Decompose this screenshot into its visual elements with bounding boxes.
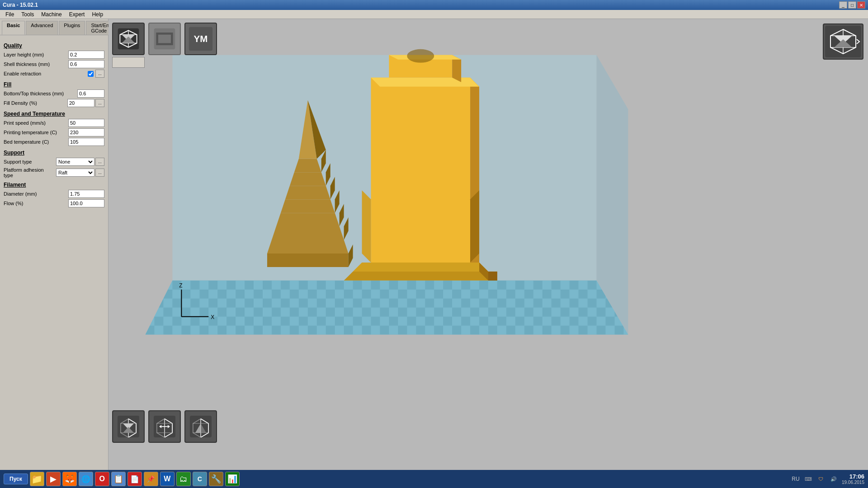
bed-temp-label: Bed temperature (C) bbox=[4, 139, 68, 145]
print-temp-input[interactable] bbox=[68, 128, 104, 136]
bottom-toolbar bbox=[112, 410, 217, 443]
layer-height-input[interactable] bbox=[68, 51, 104, 59]
enable-retraction-label: Enable retraction bbox=[4, 71, 88, 76]
close-btn[interactable]: ✕ bbox=[857, 1, 865, 9]
support-type-btn[interactable]: ... bbox=[95, 158, 104, 166]
minimize-btn[interactable]: _ bbox=[839, 1, 847, 9]
menu-machine[interactable]: Machine bbox=[38, 10, 65, 19]
cura-logo-btn[interactable] bbox=[823, 23, 863, 60]
layer-height-row: Layer height (mm) bbox=[4, 51, 104, 59]
platform-adhesion-label: Platform adhesion type bbox=[4, 167, 56, 178]
svg-marker-35 bbox=[488, 272, 497, 281]
shell-thickness-input[interactable] bbox=[68, 60, 104, 68]
tray-update-icon[interactable]: 🛡 bbox=[816, 474, 826, 483]
ym-btn[interactable]: YM bbox=[184, 23, 217, 55]
print-speed-row: Print speed (mm/s) bbox=[4, 119, 104, 127]
top-toolbar: YM bbox=[108, 19, 221, 71]
layer-height-label: Layer height (mm) bbox=[4, 52, 68, 57]
svg-marker-12 bbox=[272, 226, 344, 240]
enable-retraction-btn[interactable]: ... bbox=[95, 70, 104, 78]
support-type-row: Support type None Touching buildplate Ev… bbox=[4, 158, 104, 166]
svg-marker-34 bbox=[344, 272, 497, 281]
svg-rect-46 bbox=[158, 35, 171, 43]
taskbar-excel-icon[interactable]: 📊 bbox=[225, 472, 240, 486]
fill-density-btn[interactable]: ... bbox=[95, 99, 104, 107]
taskbar: Пуск 📁 ▶ 🦊 🌐 O 📋 📄 📌 W 🗂 C 🔧 📊 RU ⌨ 🛡 🔊 … bbox=[0, 470, 868, 488]
enable-retraction-field: ... bbox=[88, 70, 104, 78]
title-bar: Cura - 15.02.1 _ □ ✕ bbox=[0, 0, 868, 10]
menu-expert[interactable]: Expert bbox=[66, 10, 89, 19]
svg-marker-33 bbox=[353, 263, 488, 272]
scale-btn[interactable] bbox=[148, 410, 181, 443]
flow-label: Flow (%) bbox=[4, 201, 68, 206]
shell-thickness-label: Shell thickness (mm) bbox=[4, 61, 68, 67]
title-controls: _ □ ✕ bbox=[839, 1, 865, 9]
tray-ru-label: RU bbox=[791, 474, 800, 483]
clock-date: 19.06.2015 bbox=[842, 480, 864, 485]
svg-marker-26 bbox=[371, 78, 471, 263]
bottom-top-thickness-input[interactable] bbox=[77, 89, 104, 98]
support-type-select[interactable]: None Touching buildplate Everywhere bbox=[56, 158, 94, 166]
fill-density-row: Fill Density (%) ... bbox=[4, 99, 104, 107]
view-mode-btn[interactable] bbox=[148, 23, 181, 55]
rotate-icon bbox=[118, 416, 139, 437]
open-file-btn[interactable] bbox=[112, 23, 145, 55]
enable-retraction-checkbox[interactable] bbox=[88, 71, 94, 77]
svg-marker-38 bbox=[470, 190, 479, 263]
menu-tools[interactable]: Tools bbox=[18, 10, 38, 19]
diameter-input[interactable] bbox=[68, 190, 104, 198]
menu-file[interactable]: File bbox=[2, 10, 18, 19]
taskbar-firefox-icon[interactable]: 🦊 bbox=[62, 472, 77, 486]
print-temp-label: Printing temperature (C) bbox=[4, 130, 68, 135]
tab-advanced[interactable]: Advanced bbox=[26, 21, 58, 35]
svg-marker-22 bbox=[294, 159, 321, 172]
taskbar-chrome-icon[interactable]: 🌐 bbox=[79, 472, 93, 486]
taskbar-folder-icon[interactable]: 📁 bbox=[30, 472, 44, 486]
platform-adhesion-btn[interactable]: ... bbox=[95, 169, 104, 177]
viewport[interactable]: Z X bbox=[108, 19, 868, 470]
svg-marker-7 bbox=[146, 281, 628, 335]
diameter-label: Diameter (mm) bbox=[4, 191, 68, 197]
open-file-sub[interactable] bbox=[112, 57, 145, 68]
bed-temp-input[interactable] bbox=[68, 138, 104, 146]
tab-plugins[interactable]: Plugins bbox=[59, 21, 85, 35]
fill-density-input[interactable] bbox=[67, 99, 94, 107]
diameter-row: Diameter (mm) bbox=[4, 190, 104, 198]
settings-panel: Quality Layer height (mm) Shell thicknes… bbox=[0, 35, 108, 470]
platform-adhesion-row: Platform adhesion type None Brim Raft ..… bbox=[4, 167, 104, 178]
svg-text:Z: Z bbox=[179, 282, 182, 289]
view-mode-icon bbox=[152, 26, 177, 52]
taskbar-opera-icon[interactable]: O bbox=[95, 472, 109, 486]
taskbar-task-icon[interactable]: 📌 bbox=[144, 472, 158, 486]
taskbar-play-icon[interactable]: ▶ bbox=[46, 472, 61, 486]
flow-input[interactable] bbox=[68, 199, 104, 207]
ym-icon: YM bbox=[188, 26, 213, 52]
support-section-title: Support bbox=[4, 150, 104, 156]
taskbar-settings-icon[interactable]: 🔧 bbox=[209, 472, 223, 486]
taskbar-right: RU ⌨ 🛡 🔊 17:06 19.06.2015 bbox=[791, 473, 864, 485]
enable-retraction-row: Enable retraction ... bbox=[4, 70, 104, 78]
view-area: Z X bbox=[108, 19, 868, 470]
taskbar-cura-icon[interactable]: C bbox=[193, 472, 207, 486]
mirror-btn[interactable] bbox=[184, 410, 217, 443]
svg-marker-20 bbox=[290, 172, 326, 186]
platform-adhesion-select[interactable]: None Brim Raft bbox=[56, 169, 94, 177]
taskbar-word-icon[interactable]: W bbox=[160, 472, 175, 486]
svg-marker-10 bbox=[267, 240, 349, 253]
taskbar-acrobat-icon[interactable]: 📄 bbox=[127, 472, 142, 486]
menu-bar: File Tools Machine Expert Help bbox=[0, 10, 868, 19]
tray-keyboard-icon[interactable]: ⌨ bbox=[804, 474, 813, 483]
tray-speaker-icon[interactable]: 🔊 bbox=[829, 474, 838, 483]
start-button[interactable]: Пуск bbox=[4, 474, 28, 484]
open-file-icon bbox=[116, 26, 141, 52]
tab-basic[interactable]: Basic bbox=[2, 21, 25, 35]
rotate-btn[interactable] bbox=[112, 410, 145, 443]
print-speed-input[interactable] bbox=[68, 119, 104, 127]
quality-section-title: Quality bbox=[4, 42, 104, 49]
left-panel: Basic Advanced Plugins Start/End-GCode Q… bbox=[0, 19, 108, 470]
taskbar-clipboard-icon[interactable]: 📋 bbox=[111, 472, 126, 486]
menu-help[interactable]: Help bbox=[88, 10, 107, 19]
print-speed-label: Print speed (mm/s) bbox=[4, 120, 68, 126]
taskbar-file-manager-icon[interactable]: 🗂 bbox=[176, 472, 191, 486]
maximize-btn[interactable]: □ bbox=[848, 1, 856, 9]
